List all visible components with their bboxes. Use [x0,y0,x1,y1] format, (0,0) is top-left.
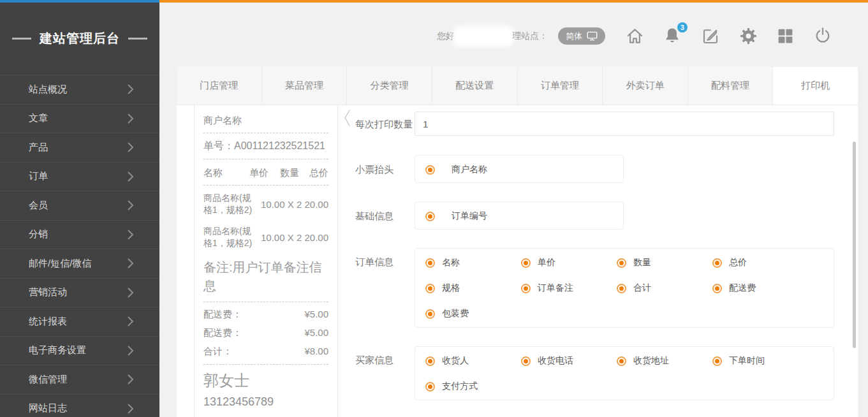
fee-label: 合计： [203,346,232,358]
radio-selected-icon[interactable] [521,356,531,366]
radio-option[interactable]: 收货电话 [521,348,617,374]
radio-selected-icon[interactable] [425,165,435,175]
chevron-right-icon [128,142,134,152]
module-tab[interactable]: 菜品管理 [261,67,347,105]
chevron-left-icon [342,108,351,128]
greeting: 您好 理站点： [437,28,548,45]
radio-option[interactable]: 订单备注 [521,275,617,301]
radio-option[interactable]: 包装费 [425,301,521,326]
radio-option[interactable]: 规格 [425,275,521,301]
sidebar-item-label: 统计报表 [29,316,67,328]
sidebar-item[interactable]: 邮件/短信/微信 [0,249,159,278]
greeting-prefix: 您好 [437,31,455,42]
edit-button[interactable] [699,24,722,47]
radio-selected-icon[interactable] [425,212,435,221]
sidebar-item[interactable]: 统计报表 [0,307,159,336]
radio-selected-icon[interactable] [712,356,722,366]
radio-option-label: 包装费 [442,308,469,319]
radio-selected-icon[interactable] [425,309,435,319]
module-tab[interactable]: 订单管理 [517,67,603,105]
divider [203,185,328,186]
radio-selected-icon[interactable] [617,356,626,366]
fee-value: ¥5.00 [304,327,328,339]
radio-option-label: 名称 [442,257,460,268]
buyer-phone: 13123456789 [203,395,328,409]
home-button[interactable] [623,24,646,47]
module-tab[interactable]: 外卖订单 [602,67,688,105]
module-tab[interactable]: 分类管理 [346,67,432,105]
radio-selected-icon[interactable] [617,284,626,293]
radio-selected-icon[interactable] [521,284,531,293]
fee-value: ¥5.00 [304,309,328,321]
sidebar-item[interactable]: 站点概况 [0,75,159,104]
sidebar-item[interactable]: 会员 [0,191,159,220]
receipt-fee-row: 配送费： ¥5.00 [203,309,328,321]
section-label-basic-info: 基础信息 [355,210,394,223]
radio-selected-icon[interactable] [425,382,435,391]
radio-option-label: 合计 [633,282,651,294]
radio-option[interactable]: 总价 [712,250,808,275]
logout-button[interactable] [811,24,834,47]
radio-option[interactable]: 收货人 [425,348,521,374]
module-tab[interactable]: 门店管理 [177,67,261,105]
gear-icon [739,26,758,46]
receipt-merchant-name: 商户名称 [203,113,328,128]
receipt-items: 商品名称(规格1，规格2) 10.00 X 2 20.00 商品名称(规格1，规… [203,192,328,249]
collapse-panel-handle[interactable] [342,108,351,128]
radio-selected-icon[interactable] [617,258,626,268]
app-title-text: 建站管理后台 [40,30,120,47]
print-count-input[interactable] [415,112,834,136]
home-icon [625,26,645,46]
chevron-right-icon [128,230,134,240]
apps-button[interactable] [774,24,797,47]
redacted-username [456,29,511,44]
sidebar-item[interactable]: 订单 [0,162,159,191]
sidebar-item-label: 文章 [29,112,48,124]
item-name: 商品名称(规格1，规格2) [203,192,260,216]
radio-selected-icon[interactable] [712,258,722,268]
module-tab[interactable]: 配送设置 [432,67,517,105]
module-tab[interactable]: 打印机 [772,67,858,105]
notifications-button[interactable]: 3 [661,24,684,47]
sidebar-item[interactable]: 产品 [0,133,159,162]
radio-option[interactable]: 订单编号 [425,203,623,229]
radio-option[interactable]: 下单时间 [712,348,808,374]
sidebar-item-label: 邮件/短信/微信 [29,258,91,270]
receipt-order-no: 单号：A001121232521521 [203,138,328,154]
radio-option[interactable]: 收货地址 [617,348,712,374]
radio-option[interactable]: 名称 [425,250,521,275]
item-total: 20.00 [304,232,328,243]
item-price-qty: 10.00 X 2 [260,199,304,210]
sidebar-item[interactable]: 微信管理 [0,365,159,394]
app-title: 建站管理后台 [0,3,159,75]
language-switch-button[interactable]: 简体 [558,27,605,45]
col-qty: 数量 [280,167,309,179]
radio-selected-icon[interactable] [425,356,435,366]
radio-selected-icon[interactable] [521,258,531,268]
divider [203,133,328,133]
chevron-right-icon [128,258,134,268]
radio-selected-icon[interactable] [425,284,435,293]
radio-option[interactable]: 数量 [617,250,712,275]
module-tab[interactable]: 配料管理 [688,67,773,105]
radio-option[interactable]: 单价 [521,250,617,275]
radio-option[interactable]: 合计 [617,275,712,301]
radio-option[interactable]: 配送费 [712,275,808,301]
chevron-right-icon [128,346,134,356]
radio-option[interactable]: 支付方式 [425,374,521,399]
sidebar-item[interactable]: 营销活动 [0,278,159,307]
sidebar-item[interactable]: 电子商务设置 [0,336,159,365]
radio-option[interactable]: 商户名称 [425,157,623,182]
radio-option-label: 规格 [442,282,460,294]
sidebar-item[interactable]: 文章 [0,104,159,133]
sidebar-item[interactable]: 网站日志 [0,394,159,417]
radio-selected-icon[interactable] [425,258,435,268]
settings-button[interactable] [737,24,760,47]
divider [203,364,328,365]
divider [203,302,328,302]
radio-option-label: 订单备注 [538,282,573,294]
radio-selected-icon[interactable] [712,284,722,293]
sidebar-item[interactable]: 分销 [0,220,159,249]
scrollbar-thumb[interactable] [853,142,856,348]
chevron-right-icon [128,84,134,94]
